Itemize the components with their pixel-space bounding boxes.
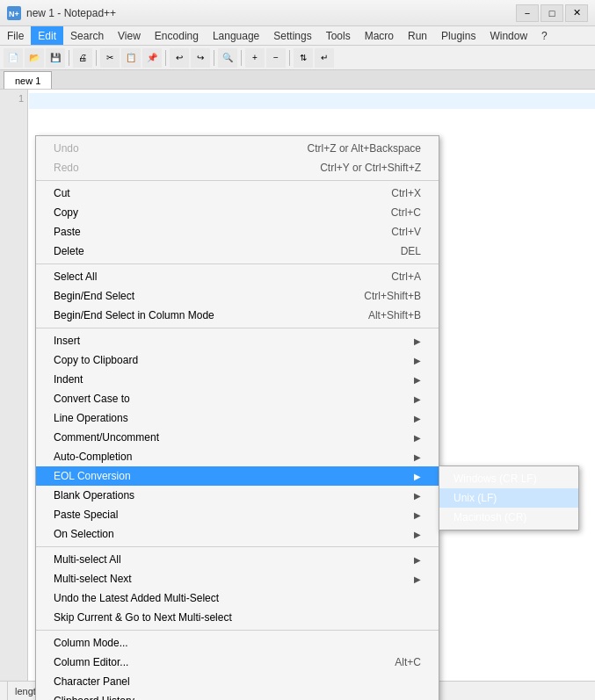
toolbar-sep-3 xyxy=(165,50,166,66)
menu-copy[interactable]: Copy Ctrl+C xyxy=(36,203,439,222)
menu-macintosh-cr[interactable]: Macintosh (CR) xyxy=(439,508,578,527)
window-controls: − □ ✕ xyxy=(516,4,588,22)
copy-button[interactable]: 📋 xyxy=(121,48,141,68)
menu-comment-uncomment[interactable]: Comment/Uncomment ▶ xyxy=(36,428,439,447)
window-title: new 1 - Notepad++ xyxy=(26,7,516,19)
cursor-line-highlight xyxy=(29,93,595,109)
toolbar: 📄 📂 💾 🖨 ✂ 📋 📌 ↩ ↪ 🔍 + − ⇅ ↵ xyxy=(0,46,595,70)
menu-blank-operations[interactable]: Blank Operations ▶ xyxy=(36,486,439,505)
menu-column-editor[interactable]: Column Editor... Alt+C xyxy=(36,653,439,672)
menu-view[interactable]: View xyxy=(111,26,148,45)
menu-begin-end-select-column[interactable]: Begin/End Select in Column Mode Alt+Shif… xyxy=(36,306,439,325)
menu-windows-crlf[interactable]: Windows (CR LF) xyxy=(439,469,578,488)
menu-macro[interactable]: Macro xyxy=(358,26,401,45)
sync-scroll-button[interactable]: ⇅ xyxy=(294,48,313,68)
menu-tools[interactable]: Tools xyxy=(319,26,358,45)
menu-copy-to-clipboard[interactable]: Copy to Clipboard ▶ xyxy=(36,350,439,370)
menu-column-mode[interactable]: Column Mode... xyxy=(36,633,439,653)
menu-help[interactable]: ? xyxy=(534,26,555,45)
zoom-in-button[interactable]: + xyxy=(245,48,265,68)
menu-paste[interactable]: Paste Ctrl+V xyxy=(36,222,439,242)
print-button[interactable]: 🖨 xyxy=(73,48,92,68)
menu-multiselect-all[interactable]: Multi-select All ▶ xyxy=(36,550,439,569)
tab-new1[interactable]: new 1 xyxy=(4,71,52,89)
menu-skip-multiselect[interactable]: Skip Current & Go to Next Multi-select xyxy=(36,608,439,627)
undo-button[interactable]: ↩ xyxy=(170,48,189,68)
app-icon: N+ xyxy=(7,6,21,20)
menu-plugins[interactable]: Plugins xyxy=(434,26,483,45)
menu-clipboard-history[interactable]: Clipboard History xyxy=(36,691,439,700)
zoom-out-button[interactable]: − xyxy=(266,48,286,68)
editor-area: 1 Undo Ctrl+Z or Alt+Backspace Redo Ctrl… xyxy=(0,90,595,700)
redo-button[interactable]: ↪ xyxy=(191,48,210,68)
menu-cut[interactable]: Cut Ctrl+X xyxy=(36,184,439,203)
menu-file[interactable]: File xyxy=(0,26,31,45)
menu-section-submenus: Insert ▶ Copy to Clipboard ▶ Indent ▶ Co… xyxy=(36,328,439,547)
menu-begin-end-select[interactable]: Begin/End Select Ctrl+Shift+B xyxy=(36,286,439,306)
menu-encoding[interactable]: Encoding xyxy=(148,26,206,45)
menu-line-operations[interactable]: Line Operations ▶ xyxy=(36,408,439,428)
menu-insert[interactable]: Insert ▶ xyxy=(36,331,439,350)
menu-bar: File Edit Search View Encoding Language … xyxy=(0,26,595,46)
menu-auto-completion[interactable]: Auto-Completion ▶ xyxy=(36,447,439,466)
menu-unix-lf[interactable]: Unix (LF) xyxy=(439,488,578,508)
menu-window[interactable]: Window xyxy=(483,26,534,45)
menu-section-column: Column Mode... Column Editor... Alt+C Ch… xyxy=(36,631,439,700)
menu-search[interactable]: Search xyxy=(63,26,111,45)
menu-section-multiselect: Multi-select All ▶ Multi-select Next ▶ U… xyxy=(36,547,439,631)
wrap-button[interactable]: ↵ xyxy=(315,48,334,68)
menu-eol-conversion[interactable]: EOL Conversion ▶ Windows (CR LF) Unix (L… xyxy=(36,466,439,486)
find-button[interactable]: 🔍 xyxy=(218,48,237,68)
menu-section-clipboard: Cut Ctrl+X Copy Ctrl+C Paste Ctrl+V Dele… xyxy=(36,181,439,264)
menu-settings[interactable]: Settings xyxy=(266,26,318,45)
toolbar-sep-5 xyxy=(241,50,242,66)
menu-indent[interactable]: Indent ▶ xyxy=(36,370,439,389)
menu-edit[interactable]: Edit xyxy=(31,26,63,45)
menu-redo[interactable]: Redo Ctrl+Y or Ctrl+Shift+Z xyxy=(36,158,439,177)
title-bar: N+ new 1 - Notepad++ − □ ✕ xyxy=(0,0,595,26)
open-button[interactable]: 📂 xyxy=(25,48,44,68)
close-button[interactable]: ✕ xyxy=(565,4,588,22)
menu-multiselect-next[interactable]: Multi-select Next ▶ xyxy=(36,569,439,588)
svg-text:N+: N+ xyxy=(9,10,19,18)
menu-undo[interactable]: Undo Ctrl+Z or Alt+Backspace xyxy=(36,139,439,158)
maximize-button[interactable]: □ xyxy=(541,4,563,22)
app-window: N+ new 1 - Notepad++ − □ ✕ File Edit Sea… xyxy=(0,0,595,700)
menu-undo-multiselect[interactable]: Undo the Latest Added Multi-Select xyxy=(36,588,439,608)
paste-button[interactable]: 📌 xyxy=(142,48,162,68)
menu-section-undoredo: Undo Ctrl+Z or Alt+Backspace Redo Ctrl+Y… xyxy=(36,136,439,181)
menu-language[interactable]: Language xyxy=(206,26,266,45)
menu-convert-case[interactable]: Convert Case to ▶ xyxy=(36,389,439,408)
line-numbers: 1 xyxy=(0,90,28,700)
toolbar-sep-1 xyxy=(69,50,69,66)
toolbar-sep-2 xyxy=(96,50,97,66)
new-button[interactable]: 📄 xyxy=(4,48,23,68)
cut-button[interactable]: ✂ xyxy=(100,48,120,68)
edit-dropdown-menu: Undo Ctrl+Z or Alt+Backspace Redo Ctrl+Y… xyxy=(35,135,439,700)
menu-run[interactable]: Run xyxy=(401,26,434,45)
eol-submenu: Windows (CR LF) Unix (LF) Macintosh (CR) xyxy=(439,465,579,530)
tab-bar: new 1 xyxy=(0,70,595,90)
save-button[interactable]: 💾 xyxy=(46,48,65,68)
menu-select-all[interactable]: Select All Ctrl+A xyxy=(36,267,439,286)
minimize-button[interactable]: − xyxy=(516,4,539,22)
menu-character-panel[interactable]: Character Panel xyxy=(36,672,439,691)
toolbar-sep-6 xyxy=(289,50,290,66)
toolbar-sep-4 xyxy=(214,50,214,66)
menu-on-selection[interactable]: On Selection ▶ xyxy=(36,524,439,544)
menu-section-select: Select All Ctrl+A Begin/End Select Ctrl+… xyxy=(36,264,439,328)
menu-delete[interactable]: Delete DEL xyxy=(36,242,439,261)
menu-paste-special[interactable]: Paste Special ▶ xyxy=(36,505,439,524)
